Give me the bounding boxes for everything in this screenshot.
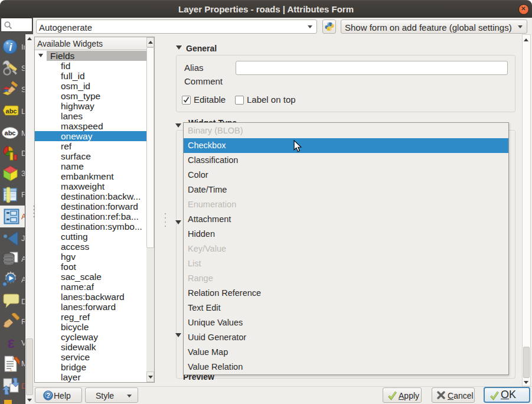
svg-text:i: i (9, 41, 12, 53)
svg-text:?: ? (46, 392, 50, 400)
svg-text:abc: abc (5, 129, 16, 136)
svg-text:ε: ε (8, 334, 15, 351)
svg-text:abc: abc (6, 107, 17, 115)
